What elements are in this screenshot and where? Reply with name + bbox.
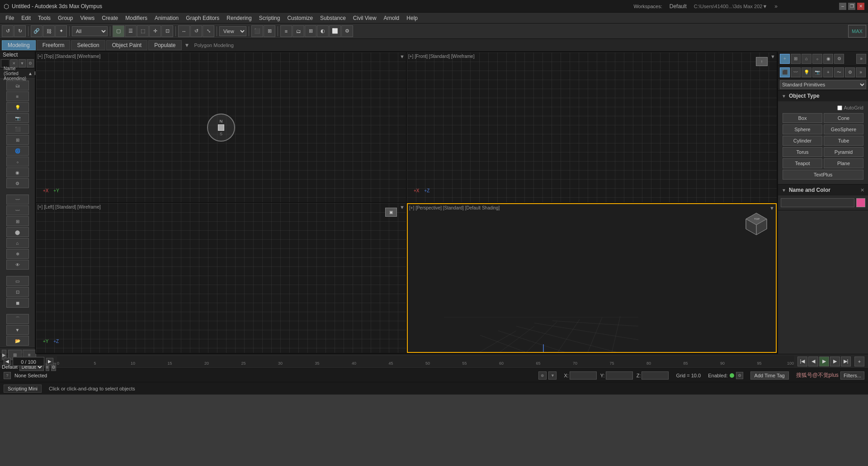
select-by-name-btn[interactable]: ☰ — [125, 25, 137, 37]
scene-explorer-toggle[interactable]: 🗂 — [6, 81, 29, 90]
eye-btn[interactable]: 👁 — [6, 260, 29, 270]
viewport-left[interactable]: [+] [Left] [Standard] [Wireframe] ▼ ▣ +Y… — [36, 203, 406, 353]
light-btn[interactable]: 💡 — [6, 102, 29, 112]
go-to-end-btn[interactable]: ▶| — [841, 357, 851, 366]
object-name-input[interactable] — [781, 198, 854, 207]
select-scale-transform[interactable]: ⤡ — [203, 25, 214, 37]
textplus-btn[interactable]: TextPlus — [783, 170, 863, 180]
rp-sub-more-btn[interactable]: » — [856, 67, 866, 77]
snow-btn[interactable]: ❄ — [6, 249, 29, 259]
filter-more-btn[interactable]: ⚙ — [27, 59, 34, 67]
wave-btn2[interactable]: 〰 — [6, 205, 29, 215]
grid-btn[interactable]: ⊞ — [6, 216, 29, 226]
z-input[interactable] — [642, 371, 669, 380]
schematic-view-btn[interactable]: ⊞ — [305, 25, 316, 37]
timeline-right-arrow[interactable]: ▶ — [46, 358, 53, 365]
view-dropdown[interactable]: View World Local — [219, 26, 246, 36]
y-input[interactable] — [606, 371, 633, 380]
layer-manager-btn[interactable]: ≡ — [6, 91, 29, 101]
select-move-btn[interactable]: ✛ — [149, 25, 161, 37]
menu-item-edit[interactable]: Edit — [18, 13, 34, 23]
display-panel-btn[interactable]: ◉ — [823, 54, 833, 64]
align-btn[interactable]: ⊞ — [264, 25, 275, 37]
sphere-btn[interactable]: Sphere — [783, 124, 822, 134]
viewport-top-flag[interactable]: ▼ — [400, 54, 405, 59]
select-object-btn[interactable]: ▢ — [113, 25, 124, 37]
max-icon-btn[interactable]: MAX — [848, 25, 866, 38]
select-region-btn[interactable]: ⬚ — [137, 25, 149, 37]
workspace-value[interactable]: Default — [670, 3, 687, 10]
shape-btn2[interactable]: ⬤ — [6, 227, 29, 237]
torus-btn[interactable]: Torus — [783, 147, 822, 157]
rect-btn[interactable]: ▭ — [6, 276, 29, 286]
small-rect-btn[interactable]: ⊡ — [6, 287, 29, 297]
nav-gizmo-top[interactable]: N S — [207, 114, 235, 142]
tab-populate[interactable]: Populate — [148, 40, 181, 50]
helpers-sub-btn[interactable]: + — [823, 67, 833, 77]
next-frame-btn[interactable]: ▶ — [830, 357, 840, 366]
x-input[interactable] — [570, 371, 597, 380]
snap-icon[interactable]: ⊕ — [538, 371, 547, 380]
geometry-sub-btn[interactable]: ⬛ — [780, 67, 790, 77]
utilities-panel-btn[interactable]: ⚙ — [834, 54, 844, 64]
motion-btn[interactable]: ⬦ — [6, 157, 29, 166]
tab-selection[interactable]: Selection — [71, 40, 105, 50]
select-rotate-transform[interactable]: ↺ — [190, 25, 202, 37]
perspective-cube-gizmo[interactable]: TOP — [744, 211, 769, 237]
object-type-header[interactable]: ▼ Object Type — [778, 90, 868, 101]
create-panel-btn[interactable]: + — [780, 54, 790, 64]
teapot-btn[interactable]: Teapot — [783, 158, 822, 168]
open-btn[interactable]: 📂 — [6, 336, 29, 346]
menu-item-group[interactable]: Group — [54, 13, 76, 23]
play-btn[interactable]: ▶ — [819, 357, 829, 366]
funnel-btn[interactable]: ▼ — [6, 325, 29, 335]
select-move-transform[interactable]: ↔ — [178, 25, 190, 37]
menu-item-graph-editors[interactable]: Graph Editors — [182, 13, 223, 23]
lights-sub-btn[interactable]: 💡 — [802, 67, 811, 77]
viewport-top-label[interactable]: [+] [Top] [Standard] [Wireframe] — [38, 54, 100, 59]
menu-item-arnold[interactable]: Arnold — [380, 13, 403, 23]
filter-dropdown[interactable]: All Geometry Shapes — [72, 26, 108, 36]
viewport-perspective-label[interactable]: [+] [Perspective] [Standard] [Default Sh… — [409, 205, 500, 210]
tab-object-paint[interactable]: Object Paint — [106, 40, 147, 50]
autogrid-checkbox[interactable] — [837, 105, 842, 110]
menu-item-views[interactable]: Views — [76, 13, 98, 23]
geosphere-btn[interactable]: GeoSphere — [824, 124, 863, 134]
filter-icon[interactable]: ▼ — [548, 371, 557, 380]
path-label[interactable]: C:\Users\41400...\3ds Max 202▼ — [694, 4, 768, 9]
name-color-header[interactable]: ▼ Name and Color ✕ — [778, 185, 868, 195]
shapes-sub-btn[interactable]: 〰 — [791, 67, 801, 77]
timeline-ruler[interactable]: 0 5 10 15 20 25 30 35 40 45 50 55 60 65 … — [57, 356, 794, 367]
utilities-btn[interactable]: ⚙ — [6, 178, 29, 188]
menu-item-customize[interactable]: Customize — [283, 13, 316, 23]
hierarchy-btn[interactable]: 🌀 — [6, 146, 29, 156]
more-panel-btn[interactable]: » — [856, 54, 866, 64]
scripting-mini-label[interactable]: Scripting Mini — [4, 385, 42, 393]
menu-item-create[interactable]: Create — [98, 13, 122, 23]
color-swatch[interactable] — [856, 198, 865, 207]
motion-panel-btn[interactable]: ⬦ — [812, 54, 822, 64]
display-btn[interactable]: ◉ — [6, 167, 29, 177]
hierarchy-panel-btn[interactable]: ⌂ — [802, 54, 811, 64]
render-btn[interactable]: ⬜ — [329, 25, 341, 37]
rp-close-btn[interactable]: ✕ — [860, 187, 864, 193]
render-setup-btn[interactable]: ⚙ — [341, 25, 353, 37]
viewport-left-label[interactable]: [+] [Left] [Standard] [Wireframe] — [38, 204, 101, 209]
undo-button[interactable]: ↺ — [2, 25, 14, 37]
autogrid-checkbox-label[interactable]: AutoGrid — [837, 105, 863, 110]
tube-btn[interactable]: Tube — [824, 136, 863, 146]
filters-btn[interactable]: Filters... — [840, 371, 864, 380]
tab-freeform[interactable]: Freeform — [37, 40, 71, 50]
box-btn[interactable]: Box — [783, 113, 822, 123]
geometry-btn2[interactable]: ⬛ — [6, 124, 29, 134]
menu-item-rendering[interactable]: Rendering — [223, 13, 255, 23]
scene-explorer-btn[interactable]: 🗂 — [292, 25, 304, 37]
close-button[interactable]: ✕ — [857, 3, 864, 10]
restore-button[interactable]: ❐ — [848, 3, 855, 10]
spacewarps-sub-btn[interactable]: 〜 — [834, 67, 844, 77]
viewport-left-flag[interactable]: ▼ — [400, 204, 405, 210]
deform-btn[interactable]: ⌂ — [6, 238, 29, 248]
go-to-start-btn[interactable]: |◀ — [797, 357, 807, 366]
curve-btn[interactable]: ⌒ — [6, 314, 29, 324]
prev-frame-btn[interactable]: ◀ — [808, 357, 818, 366]
